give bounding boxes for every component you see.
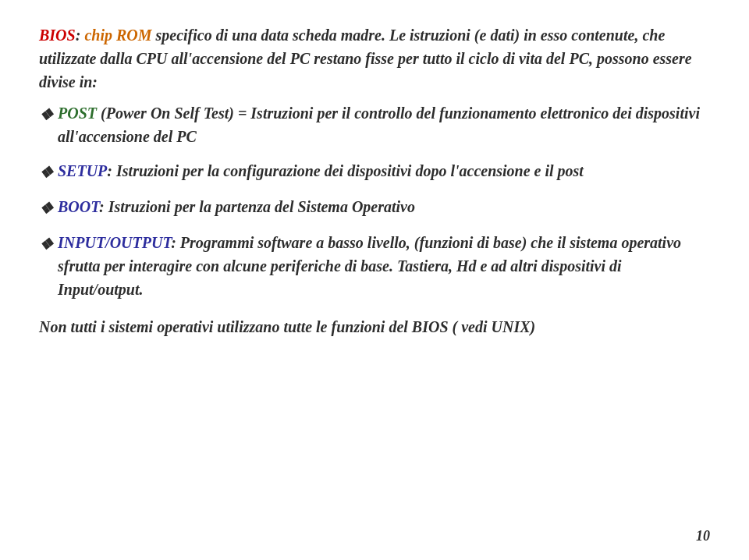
intro-paragraph: BIOS: chip ROM specifico di una data sch… — [39, 23, 710, 94]
bios-term: BIOS — [39, 27, 76, 44]
last-paragraph: Non tutti i sistemi operativi utilizzano… — [39, 315, 710, 338]
bullet-boot: ❖ BOOT: Istruzioni per la partenza del S… — [39, 195, 710, 220]
bullet-boot-line: ❖ BOOT: Istruzioni per la partenza del S… — [39, 195, 710, 220]
post-term: POST — [58, 105, 97, 122]
io-description-1: : — [171, 234, 180, 251]
diamond-io: ❖ — [39, 232, 53, 256]
diamond-setup: ❖ — [39, 161, 53, 184]
bullet-post-line: ❖ POST (Power On Self Test) = Istruzioni… — [39, 101, 710, 148]
io-content: INPUT/OUTPUT: Programmi software a basso… — [58, 231, 710, 301]
bullet-io: ❖ INPUT/OUTPUT: Programmi software a bas… — [39, 231, 710, 301]
setup-term: SETUP — [58, 162, 107, 179]
boot-description: : Istruzioni per la partenza del Sistema… — [99, 198, 415, 215]
content-area: BIOS: chip ROM specifico di una data sch… — [39, 23, 710, 537]
post-description-1: (Power — [97, 105, 151, 122]
bullet-setup: ❖ SETUP: Istruzioni per la configurazion… — [39, 159, 710, 184]
bullet-setup-line: ❖ SETUP: Istruzioni per la configurazion… — [39, 159, 710, 184]
bullet-post: ❖ POST (Power On Self Test) = Istruzioni… — [39, 101, 710, 148]
page-container: BIOS: chip ROM specifico di una data sch… — [0, 0, 749, 560]
boot-content: BOOT: Istruzioni per la partenza del Sis… — [58, 195, 415, 218]
post-content: POST (Power On Self Test) = Istruzioni p… — [58, 101, 710, 148]
io-description-software: Programmi software a basso livello — [180, 234, 406, 251]
page-number: 10 — [696, 528, 710, 544]
setup-content: SETUP: Istruzioni per la configurazione … — [58, 159, 584, 183]
on-word: On — [151, 105, 171, 122]
chip-rom-term: chip ROM — [80, 27, 151, 44]
setup-description: : Istruzioni per la configurazione dei d… — [107, 162, 584, 179]
io-term: INPUT/OUTPUT — [58, 234, 171, 251]
diamond-boot: ❖ — [39, 197, 53, 220]
diamond-post: ❖ — [39, 103, 53, 126]
bullet-io-line: ❖ INPUT/OUTPUT: Programmi software a bas… — [39, 231, 710, 301]
boot-term: BOOT — [58, 198, 99, 215]
